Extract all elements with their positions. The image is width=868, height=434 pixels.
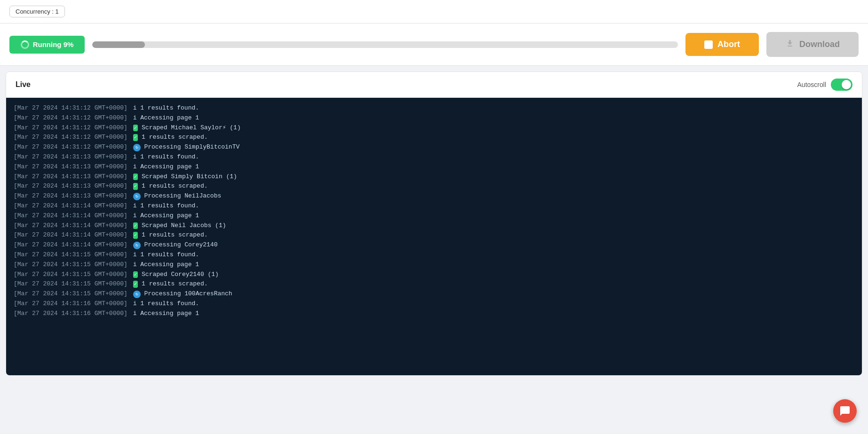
live-panel: Live Autoscroll [Mar 27 2024 14:31:12 GM… bbox=[6, 71, 862, 376]
live-title: Live bbox=[16, 80, 31, 89]
log-message: i Accessing page 1 bbox=[133, 211, 199, 221]
process-icon: ↻ bbox=[133, 193, 141, 200]
log-message: ↻ Processing SimplyBitcoinTV bbox=[133, 142, 240, 152]
log-timestamp: [Mar 27 2024 14:31:13 GMT+0000] bbox=[14, 152, 131, 162]
running-label: Running 9% bbox=[33, 40, 74, 48]
log-message: i 1 results found. bbox=[133, 250, 199, 260]
concurrency-badge: Concurrency : 1 bbox=[9, 6, 65, 17]
log-message: ↻ Processing Corey2140 bbox=[133, 240, 218, 250]
log-line: [Mar 27 2024 14:31:13 GMT+0000] i 1 resu… bbox=[14, 152, 854, 162]
log-message: i Accessing page 1 bbox=[133, 113, 199, 123]
chat-icon bbox=[839, 405, 851, 417]
log-line: [Mar 27 2024 14:31:13 GMT+0000] ✓ 1 resu… bbox=[14, 181, 854, 191]
log-line: [Mar 27 2024 14:31:14 GMT+0000] i 1 resu… bbox=[14, 201, 854, 211]
running-button: Running 9% bbox=[9, 36, 85, 54]
log-line: [Mar 27 2024 14:31:13 GMT+0000] ↻ Proces… bbox=[14, 191, 854, 201]
download-button[interactable]: Download bbox=[766, 32, 859, 57]
log-timestamp: [Mar 27 2024 14:31:13 GMT+0000] bbox=[14, 181, 131, 191]
process-icon: ↻ bbox=[133, 144, 141, 151]
log-timestamp: [Mar 27 2024 14:31:14 GMT+0000] bbox=[14, 211, 131, 221]
log-timestamp: [Mar 27 2024 14:31:15 GMT+0000] bbox=[14, 260, 131, 270]
log-message: ✓ 1 results scraped. bbox=[133, 181, 208, 191]
log-message: ✓ Scraped Corey2140 (1) bbox=[133, 270, 219, 280]
log-timestamp: [Mar 27 2024 14:31:13 GMT+0000] bbox=[14, 162, 131, 172]
progress-row: Running 9% Abort Download bbox=[0, 24, 868, 66]
log-message: ↻ Processing 100AcresRanch bbox=[133, 289, 232, 299]
log-line: [Mar 27 2024 14:31:12 GMT+0000] i Access… bbox=[14, 113, 854, 123]
log-line: [Mar 27 2024 14:31:15 GMT+0000] ✓ Scrape… bbox=[14, 270, 854, 280]
log-message: ✓ Scraped Simply Bitcoin (1) bbox=[133, 172, 237, 182]
log-timestamp: [Mar 27 2024 14:31:12 GMT+0000] bbox=[14, 123, 131, 133]
autoscroll-toggle[interactable] bbox=[831, 79, 852, 91]
log-timestamp: [Mar 27 2024 14:31:15 GMT+0000] bbox=[14, 289, 131, 299]
toggle-knob bbox=[842, 80, 851, 89]
check-icon: ✓ bbox=[133, 232, 138, 238]
log-line: [Mar 27 2024 14:31:15 GMT+0000] i 1 resu… bbox=[14, 250, 854, 260]
top-bar: Concurrency : 1 bbox=[0, 0, 868, 24]
abort-button[interactable]: Abort bbox=[685, 33, 759, 56]
log-line: [Mar 27 2024 14:31:13 GMT+0000] ✓ Scrape… bbox=[14, 172, 854, 182]
log-timestamp: [Mar 27 2024 14:31:14 GMT+0000] bbox=[14, 230, 131, 240]
log-timestamp: [Mar 27 2024 14:31:15 GMT+0000] bbox=[14, 270, 131, 280]
live-header: Live Autoscroll bbox=[6, 72, 862, 98]
log-message: i 1 results found. bbox=[133, 103, 199, 113]
log-output[interactable]: [Mar 27 2024 14:31:12 GMT+0000] i 1 resu… bbox=[6, 98, 862, 375]
check-icon: ✓ bbox=[133, 222, 138, 229]
chat-bubble-button[interactable] bbox=[833, 399, 857, 423]
log-line: [Mar 27 2024 14:31:13 GMT+0000] i Access… bbox=[14, 162, 854, 172]
log-message: i 1 results found. bbox=[133, 299, 199, 309]
check-icon: ✓ bbox=[133, 281, 138, 287]
log-message: ✓ 1 results scraped. bbox=[133, 230, 208, 240]
download-icon bbox=[785, 39, 795, 50]
log-timestamp: [Mar 27 2024 14:31:13 GMT+0000] bbox=[14, 191, 131, 201]
log-message: i Accessing page 1 bbox=[133, 162, 199, 172]
log-timestamp: [Mar 27 2024 14:31:12 GMT+0000] bbox=[14, 103, 131, 113]
log-line: [Mar 27 2024 14:31:16 GMT+0000] i 1 resu… bbox=[14, 299, 854, 309]
running-spinner-icon bbox=[21, 40, 29, 49]
log-line: [Mar 27 2024 14:31:14 GMT+0000] ✓ Scrape… bbox=[14, 221, 854, 231]
log-message: i 1 results found. bbox=[133, 152, 199, 162]
log-timestamp: [Mar 27 2024 14:31:15 GMT+0000] bbox=[14, 250, 131, 260]
log-line: [Mar 27 2024 14:31:15 GMT+0000] ✓ 1 resu… bbox=[14, 279, 854, 289]
process-icon: ↻ bbox=[133, 242, 141, 249]
log-timestamp: [Mar 27 2024 14:31:12 GMT+0000] bbox=[14, 142, 131, 152]
log-timestamp: [Mar 27 2024 14:31:16 GMT+0000] bbox=[14, 299, 131, 309]
log-timestamp: [Mar 27 2024 14:31:13 GMT+0000] bbox=[14, 172, 131, 182]
log-line: [Mar 27 2024 14:31:14 GMT+0000] i Access… bbox=[14, 211, 854, 221]
log-message: ✓ Scraped Michael Saylor⚡ (1) bbox=[133, 123, 241, 133]
log-timestamp: [Mar 27 2024 14:31:12 GMT+0000] bbox=[14, 113, 131, 123]
progress-bar-fill bbox=[92, 41, 145, 48]
log-line: [Mar 27 2024 14:31:15 GMT+0000] i Access… bbox=[14, 260, 854, 270]
log-line: [Mar 27 2024 14:31:12 GMT+0000] ✓ Scrape… bbox=[14, 123, 854, 133]
log-line: [Mar 27 2024 14:31:12 GMT+0000] ↻ Proces… bbox=[14, 142, 854, 152]
log-message: ✓ Scraped Neil Jacobs (1) bbox=[133, 221, 226, 231]
log-message: ✓ 1 results scraped. bbox=[133, 279, 208, 289]
log-message: ↻ Processing NeilJacobs bbox=[133, 191, 222, 201]
log-message: i Accessing page 1 bbox=[133, 260, 199, 270]
check-icon: ✓ bbox=[133, 134, 138, 141]
progress-bar-wrapper bbox=[92, 41, 678, 48]
log-timestamp: [Mar 27 2024 14:31:14 GMT+0000] bbox=[14, 221, 131, 231]
log-line: [Mar 27 2024 14:31:12 GMT+0000] i 1 resu… bbox=[14, 103, 854, 113]
stop-icon bbox=[704, 40, 713, 49]
log-message: i Accessing page 1 bbox=[133, 309, 199, 319]
autoscroll-label: Autoscroll bbox=[797, 81, 826, 88]
log-message: ✓ 1 results scraped. bbox=[133, 133, 208, 142]
log-line: [Mar 27 2024 14:31:14 GMT+0000] ↻ Proces… bbox=[14, 240, 854, 250]
check-icon: ✓ bbox=[133, 183, 138, 189]
log-timestamp: [Mar 27 2024 14:31:12 GMT+0000] bbox=[14, 133, 131, 142]
autoscroll-section: Autoscroll bbox=[797, 79, 852, 91]
log-line: [Mar 27 2024 14:31:12 GMT+0000] ✓ 1 resu… bbox=[14, 133, 854, 142]
log-timestamp: [Mar 27 2024 14:31:16 GMT+0000] bbox=[14, 309, 131, 319]
check-icon: ✓ bbox=[133, 174, 138, 180]
log-line: [Mar 27 2024 14:31:15 GMT+0000] ↻ Proces… bbox=[14, 289, 854, 299]
process-icon: ↻ bbox=[133, 291, 141, 298]
log-line: [Mar 27 2024 14:31:14 GMT+0000] ✓ 1 resu… bbox=[14, 230, 854, 240]
log-line: [Mar 27 2024 14:31:16 GMT+0000] i Access… bbox=[14, 309, 854, 319]
download-label: Download bbox=[799, 39, 840, 49]
check-icon: ✓ bbox=[133, 125, 138, 131]
log-timestamp: [Mar 27 2024 14:31:14 GMT+0000] bbox=[14, 201, 131, 211]
check-icon: ✓ bbox=[133, 271, 138, 278]
abort-label: Abort bbox=[717, 39, 740, 49]
log-message: i 1 results found. bbox=[133, 201, 199, 211]
